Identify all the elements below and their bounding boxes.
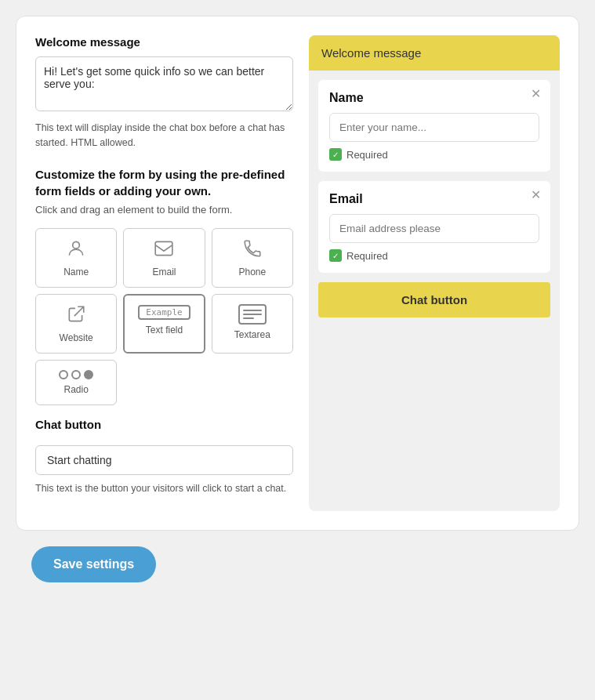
website-icon — [66, 304, 86, 328]
chat-button-hint: This text is the button your visitors wi… — [35, 481, 293, 496]
welcome-message-hint: This text will display inside the chat b… — [35, 121, 293, 151]
textfield-icon: Example — [138, 305, 190, 320]
field-item-email[interactable]: Email — [123, 228, 205, 288]
email-card-title: Email — [329, 192, 539, 206]
name-card: Name ✕ ✓ Required — [318, 80, 550, 172]
name-required-check: ✓ — [329, 148, 342, 161]
name-card-input[interactable] — [329, 113, 539, 142]
field-item-textarea[interactable]: Textarea — [212, 294, 293, 354]
email-card-close[interactable]: ✕ — [531, 189, 541, 201]
footer: Save settings — [16, 546, 579, 582]
field-label-email: Email — [152, 267, 176, 277]
phone-icon — [242, 238, 263, 262]
field-item-textfield[interactable]: Example Text field — [123, 294, 205, 354]
field-label-textarea: Textarea — [234, 329, 270, 340]
field-label-name: Name — [63, 267, 89, 277]
preview-header: Welcome message — [309, 35, 560, 71]
field-item-radio[interactable]: Radio — [35, 360, 117, 405]
svg-line-2 — [74, 306, 84, 316]
name-card-required: ✓ Required — [329, 148, 539, 161]
person-icon — [66, 238, 86, 262]
email-card: Email ✕ ✓ Required — [318, 181, 550, 273]
name-required-label: Required — [346, 149, 388, 161]
name-card-title: Name — [329, 91, 539, 105]
left-panel: Welcome message Hi! Let's get some quick… — [35, 35, 293, 511]
preview-body: Name ✕ ✓ Required Email ✕ ✓ Required Ch — [309, 71, 560, 327]
email-icon — [154, 238, 174, 262]
chat-button-title: Chat button — [35, 418, 293, 431]
field-label-phone: Phone — [238, 267, 266, 277]
svg-point-0 — [73, 241, 80, 248]
field-label-radio: Radio — [63, 384, 88, 395]
form-fields-grid: Name Email Phone Website — [35, 228, 293, 405]
save-settings-button[interactable]: Save settings — [31, 546, 156, 582]
field-label-textfield: Text field — [146, 325, 183, 335]
email-card-input[interactable] — [329, 214, 539, 243]
right-panel: Welcome message Name ✕ ✓ Required Email … — [309, 35, 560, 511]
textarea-icon — [238, 304, 267, 325]
field-item-website[interactable]: Website — [35, 294, 117, 354]
customize-subtitle: Click and drag an element to build the f… — [35, 204, 293, 216]
email-card-required: ✓ Required — [329, 249, 539, 262]
chat-button-section: Chat button This text is the button your… — [35, 418, 293, 496]
email-required-check: ✓ — [329, 249, 342, 262]
welcome-message-textarea[interactable]: Hi! Let's get some quick info so we can … — [35, 56, 293, 111]
main-card: Welcome message Hi! Let's get some quick… — [16, 16, 579, 531]
radio-icon — [59, 370, 93, 379]
field-label-website: Website — [60, 332, 93, 343]
name-card-close[interactable]: ✕ — [531, 88, 541, 100]
email-required-label: Required — [346, 250, 388, 262]
field-item-name[interactable]: Name — [35, 228, 117, 288]
field-item-phone[interactable]: Phone — [212, 228, 293, 288]
chat-button-input[interactable] — [35, 445, 293, 475]
welcome-message-title: Welcome message — [35, 35, 293, 49]
svg-rect-1 — [156, 241, 173, 255]
preview-chat-button[interactable]: Chat button — [318, 282, 550, 317]
customize-title: Customize the form by using the pre-defi… — [35, 166, 293, 199]
